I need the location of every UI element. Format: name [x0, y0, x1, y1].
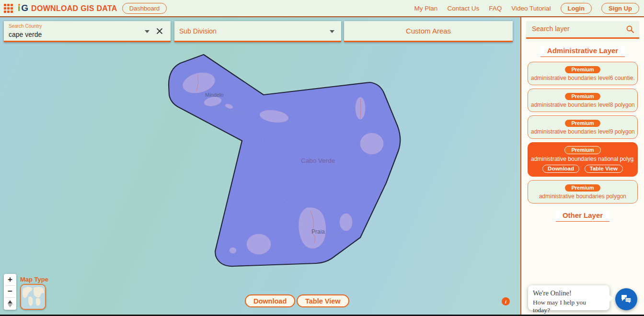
- premium-badge: Premium: [565, 184, 600, 192]
- label-cabo-verde: Cabo Verde: [301, 157, 335, 164]
- other-layer-heading: Other Layer: [556, 210, 610, 222]
- app-title: DOWNLOAD GIS DATA: [31, 4, 117, 13]
- label-mindelo: Mindelo: [205, 92, 224, 98]
- premium-badge: Premium: [565, 120, 600, 127]
- arrow-down-icon: [8, 304, 12, 307]
- layer-name: administrative boundaries national polyg…: [531, 156, 634, 162]
- download-button[interactable]: Download: [245, 294, 295, 307]
- island-fogo: [247, 234, 271, 254]
- nav-link-video-tutorial[interactable]: Video Tutorial: [511, 5, 551, 12]
- subdivision-caret-down-icon[interactable]: [330, 30, 334, 33]
- info-icon[interactable]: i: [502, 297, 510, 305]
- dashboard-button[interactable]: Dashboard: [122, 3, 167, 14]
- layer-name: administrative boundaries level6 countie…: [531, 75, 634, 81]
- chat-icon: [621, 294, 632, 305]
- map-type-thumbnail[interactable]: [20, 284, 46, 310]
- zoom-out-button[interactable]: −: [4, 286, 16, 297]
- chat-greeting-bubble: We're Online! How may I help you today?: [528, 285, 610, 310]
- nav-link-my-plan[interactable]: My Plan: [414, 5, 438, 12]
- search-icon[interactable]: [626, 25, 634, 34]
- chat-help-text: How may I help you today?: [533, 299, 605, 314]
- search-country-label: Search Country: [9, 23, 42, 29]
- signup-button[interactable]: Sign Up: [601, 3, 639, 14]
- label-praia: Praia: [311, 228, 325, 235]
- island-brava: [230, 248, 236, 253]
- nav-link-contact-us[interactable]: Contact Us: [447, 5, 479, 12]
- layer-name: administrative boundaries polygon: [531, 193, 634, 200]
- layer-name: administrative boundaries level8 polygon: [531, 102, 634, 108]
- logo-letter-i: i: [18, 3, 20, 13]
- table-view-button[interactable]: Table View: [297, 294, 349, 307]
- custom-areas-button[interactable]: Custom Areas: [344, 21, 513, 42]
- layer-search-box[interactable]: [526, 21, 639, 39]
- clear-country-icon[interactable]: [155, 27, 164, 35]
- world-map-icon: [21, 285, 45, 309]
- login-button[interactable]: Login: [561, 3, 592, 14]
- premium-badge: Premium: [565, 66, 600, 73]
- top-navbar: i G DOWNLOAD GIS DATA Dashboard My Plan …: [0, 0, 644, 16]
- logo-letter-g: G: [21, 3, 28, 13]
- brand-logo[interactable]: i G DOWNLOAD GIS DATA: [18, 3, 117, 13]
- layer-card-0[interactable]: Premium administrative boundaries level6…: [528, 62, 638, 85]
- search-country-input[interactable]: [9, 31, 119, 38]
- search-country-box[interactable]: Search Country: [4, 21, 171, 42]
- chat-launcher-button[interactable]: [615, 288, 637, 310]
- map-zoom-control: + −: [4, 274, 16, 310]
- map-canvas[interactable]: Mindelo Cabo Verde Praia Search Country …: [0, 17, 520, 316]
- map-type-label: Map Type: [20, 276, 48, 283]
- layer-name: administrative boundaries level9 polygon: [531, 128, 634, 135]
- layer-table-view-button[interactable]: Table View: [585, 165, 623, 173]
- administrative-layer-heading: Administrative Layer: [540, 45, 625, 57]
- country-caret-down-icon[interactable]: [145, 30, 150, 33]
- layer-list: Premium administrative boundaries level6…: [521, 62, 644, 203]
- apps-grid-icon[interactable]: [4, 4, 13, 13]
- chat-status-text: We're Online!: [533, 289, 605, 297]
- arrow-up-icon: [8, 300, 12, 304]
- nav-link-faq[interactable]: FAQ: [489, 5, 502, 12]
- sub-division-dropdown[interactable]: Sub Division: [174, 21, 341, 42]
- layer-card-1[interactable]: Premium administrative boundaries level8…: [528, 89, 638, 112]
- layer-search-input[interactable]: [532, 25, 623, 33]
- island-boa-vista: [360, 133, 383, 154]
- layer-card-4[interactable]: Premium administrative boundaries polygo…: [528, 180, 638, 203]
- zoom-in-button[interactable]: +: [4, 274, 16, 285]
- custom-areas-label: Custom Areas: [406, 27, 451, 35]
- island-maio: [340, 214, 352, 231]
- layer-card-3[interactable]: Premium administrative boundaries nation…: [528, 142, 638, 177]
- layer-card-actions: Download Table View: [531, 164, 634, 173]
- layer-card-2[interactable]: Premium administrative boundaries level9…: [528, 115, 638, 139]
- layer-download-button[interactable]: Download: [542, 165, 579, 173]
- sub-division-label: Sub Division: [179, 27, 217, 35]
- pan-tilt-button[interactable]: [4, 298, 16, 310]
- premium-badge: Premium: [564, 146, 600, 154]
- country-polygon-map: Mindelo Cabo Verde Praia: [0, 17, 520, 316]
- premium-badge: Premium: [565, 93, 600, 100]
- layers-sidebar: Administrative Layer Premium administrat…: [520, 17, 644, 316]
